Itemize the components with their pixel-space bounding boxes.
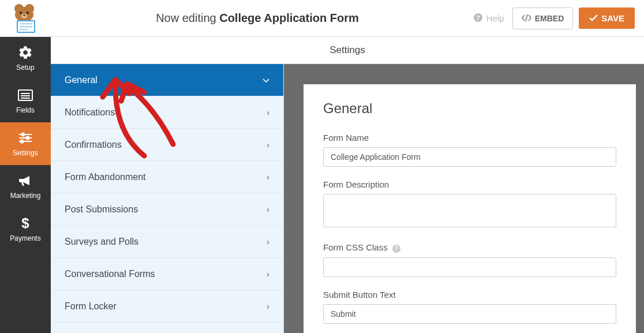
settings-menu-form-locker[interactable]: Form Locker › xyxy=(51,290,283,323)
form-css-class-input[interactable] xyxy=(323,257,616,277)
help-link[interactable]: ? Help xyxy=(473,13,504,24)
page-title: Now editing College Application Form xyxy=(42,12,473,25)
nav-label: Fields xyxy=(16,106,35,114)
settings-menu-conversational-forms[interactable]: Conversational Forms › xyxy=(51,258,283,290)
form-name-label: Form Name xyxy=(323,133,616,143)
settings-header-strip: Settings xyxy=(51,37,644,64)
editing-prefix: Now editing xyxy=(156,12,219,24)
general-heading: General xyxy=(323,100,616,117)
settings-strip-label: Settings xyxy=(330,44,365,56)
chevron-right-icon: › xyxy=(267,108,269,117)
chevron-right-icon: › xyxy=(267,140,269,149)
submit-button-text-input[interactable] xyxy=(323,304,616,324)
menu-label: General xyxy=(65,75,98,85)
form-css-class-label: Form CSS Class ? xyxy=(323,242,616,253)
svg-point-3 xyxy=(20,11,22,13)
svg-rect-10 xyxy=(20,26,32,27)
menu-label: Conversational Forms xyxy=(65,269,155,279)
nav-item-marketing[interactable]: Marketing xyxy=(0,165,51,208)
menu-label: Surveys and Polls xyxy=(65,237,138,247)
nav-label: Marketing xyxy=(10,192,41,200)
form-description-label: Form Description xyxy=(323,179,616,189)
list-icon xyxy=(18,88,33,103)
menu-label: Post Submissions xyxy=(65,204,138,215)
code-icon xyxy=(522,14,531,23)
nav-item-settings[interactable]: Settings xyxy=(0,122,51,165)
svg-point-19 xyxy=(22,133,25,136)
settings-menu-general[interactable]: General xyxy=(51,64,283,96)
gear-icon xyxy=(18,45,33,60)
nav-label: Settings xyxy=(13,149,38,157)
nav-item-payments[interactable]: $ Payments xyxy=(0,208,51,250)
form-description-input[interactable] xyxy=(323,194,616,227)
help-icon: ? xyxy=(473,13,483,24)
menu-label: Confirmations xyxy=(65,140,122,150)
settings-menu-post-submissions[interactable]: Post Submissions › xyxy=(51,193,283,226)
embed-label: EMBED xyxy=(535,14,564,23)
bullhorn-icon xyxy=(18,173,33,188)
settings-menu-notifications[interactable]: Notifications › xyxy=(51,96,283,129)
nav-item-fields[interactable]: Fields xyxy=(0,80,51,122)
embed-button[interactable]: EMBED xyxy=(512,8,574,29)
menu-label: Notifications xyxy=(65,107,115,118)
svg-point-4 xyxy=(27,11,29,13)
left-nav: Setup Fields Settings Marketing $ Paymen… xyxy=(0,37,51,333)
general-settings-card: General Form Name Form Description Form … xyxy=(304,84,636,333)
editing-form-name: College Application Form xyxy=(219,12,359,24)
nav-label: Setup xyxy=(16,63,34,72)
settings-menu: General Notifications › Confirmations › … xyxy=(51,37,284,333)
nav-label: Payments xyxy=(10,234,40,242)
chevron-right-icon: › xyxy=(267,237,269,246)
nav-item-setup[interactable]: Setup xyxy=(0,37,51,80)
submit-button-text-label: Submit Button Text xyxy=(323,290,616,300)
menu-label: Form Abandonment xyxy=(65,172,146,182)
app-logo xyxy=(7,2,42,35)
svg-point-23 xyxy=(21,140,24,143)
save-button[interactable]: SAVE xyxy=(579,8,635,29)
chevron-down-icon xyxy=(263,76,269,85)
chevron-right-icon: › xyxy=(267,302,269,311)
svg-text:$: $ xyxy=(21,216,29,231)
chevron-right-icon: › xyxy=(267,205,269,214)
content-panel: General Form Name Form Description Form … xyxy=(284,37,644,333)
save-label: SAVE xyxy=(601,13,624,23)
chevron-right-icon: › xyxy=(267,173,269,182)
main-area: Setup Fields Settings Marketing $ Paymen… xyxy=(0,37,644,333)
settings-menu-surveys-polls[interactable]: Surveys and Polls › xyxy=(51,226,283,258)
svg-rect-11 xyxy=(20,29,28,30)
chevron-right-icon: › xyxy=(267,270,269,279)
svg-point-6 xyxy=(23,14,25,16)
settings-menu-form-abandonment[interactable]: Form Abandonment › xyxy=(51,161,283,193)
sliders-icon xyxy=(18,130,33,145)
top-bar: Now editing College Application Form ? H… xyxy=(0,0,644,37)
form-name-input[interactable] xyxy=(323,147,616,167)
check-icon xyxy=(589,13,598,23)
help-icon[interactable]: ? xyxy=(392,245,400,253)
svg-rect-9 xyxy=(20,23,32,24)
help-label: Help xyxy=(486,13,504,23)
menu-label: Form Locker xyxy=(65,301,117,312)
dollar-icon: $ xyxy=(18,216,33,231)
settings-menu-confirmations[interactable]: Confirmations › xyxy=(51,129,283,161)
svg-text:?: ? xyxy=(476,14,480,21)
svg-point-21 xyxy=(27,137,29,140)
